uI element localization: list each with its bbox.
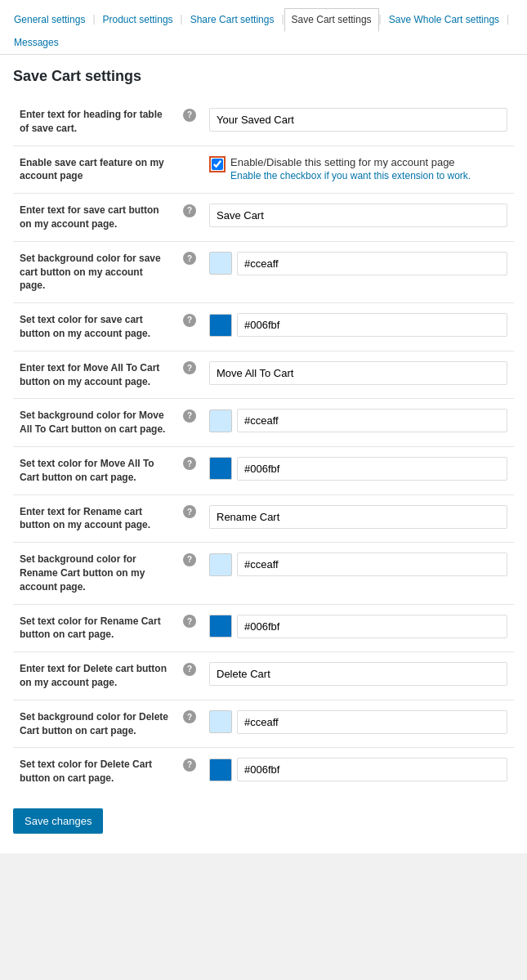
- color-swatch-rename_cart_btn_bg[interactable]: [209, 553, 232, 576]
- field-input-cell-delete_cart_btn_text_color: [203, 748, 514, 795]
- help-icon-save_cart_btn_bg[interactable]: ?: [183, 252, 196, 265]
- field-input-cell-rename_cart_btn_bg: [203, 543, 514, 604]
- help-icon-heading_text[interactable]: ?: [183, 109, 196, 122]
- help-icon-rename_cart_btn_text[interactable]: ?: [183, 505, 196, 518]
- help-icon-rename_cart_btn_text_color[interactable]: ?: [183, 615, 196, 628]
- field-input-cell-move_all_btn_text: [203, 351, 514, 399]
- text-input-save_cart_btn_text[interactable]: [209, 204, 507, 227]
- field-label-rename_cart_btn_text_color: Set text color for Rename Cart button on…: [13, 604, 176, 652]
- tab-save-whole-cart-settings[interactable]: Save Whole Cart settings: [382, 8, 507, 31]
- text-input-heading_text[interactable]: [209, 108, 507, 132]
- checkbox-enable_save_cart[interactable]: [212, 159, 223, 170]
- field-label-delete_cart_btn_text_color: Set text color for Delete Cart button on…: [13, 748, 176, 795]
- field-label-delete_cart_btn_text: Enter text for Delete cart button on my …: [13, 652, 176, 700]
- settings-row-rename_cart_btn_bg: Set background color for Rename Cart but…: [13, 543, 514, 604]
- tab-share-cart-settings[interactable]: Share Cart settings: [183, 8, 282, 31]
- checkbox-label-enable_save_cart: Enable/Disable this setting for my accou…: [230, 156, 471, 168]
- page-title: Save Cart settings: [13, 68, 514, 85]
- settings-row-rename_cart_btn_text: Enter text for Rename cart button on my …: [13, 494, 514, 543]
- settings-row-delete_cart_btn_text: Enter text for Delete cart button on my …: [13, 652, 514, 700]
- settings-row-move_all_btn_bg: Set background color for Move All To Car…: [13, 399, 514, 447]
- checkbox-hint-enable_save_cart: Enable the checkbox if you want this ext…: [230, 170, 471, 181]
- color-input-move_all_btn_bg[interactable]: [237, 409, 507, 432]
- field-label-rename_cart_btn_text: Enter text for Rename cart button on my …: [13, 494, 176, 543]
- field-label-save_cart_btn_text: Enter text for save cart button on my ac…: [13, 194, 176, 242]
- help-icon-move_all_btn_text_color[interactable]: ?: [183, 457, 196, 470]
- help-icon-save_cart_btn_text[interactable]: ?: [183, 204, 196, 217]
- color-swatch-delete_cart_btn_text_color[interactable]: [209, 758, 232, 781]
- help-icon-rename_cart_btn_bg[interactable]: ?: [183, 553, 196, 566]
- color-swatch-rename_cart_btn_text_color[interactable]: [209, 615, 232, 638]
- page-content: Save Cart settings Enter text for headin…: [0, 55, 527, 853]
- field-input-cell-save_cart_btn_text: [203, 194, 514, 242]
- field-input-cell-save_cart_btn_bg: [203, 241, 514, 302]
- help-icon-delete_cart_btn_text_color[interactable]: ?: [183, 758, 196, 772]
- help-icon-delete_cart_btn_text[interactable]: ?: [183, 663, 196, 676]
- checkbox-wrapper-enable_save_cart: [209, 156, 226, 172]
- field-label-save_cart_btn_text_color: Set text color for save cart button on m…: [13, 303, 176, 351]
- field-input-cell-move_all_btn_text_color: [203, 446, 514, 494]
- settings-table: Enter text for heading for table of save…: [13, 98, 514, 795]
- settings-row-move_all_btn_text_color: Set text color for Move All To Cart butt…: [13, 446, 514, 494]
- tab-messages[interactable]: Messages: [7, 31, 66, 54]
- field-input-cell-rename_cart_btn_text: [203, 494, 514, 543]
- help-icon-delete_cart_btn_bg[interactable]: ?: [183, 710, 196, 723]
- navigation-tabs: General settings | Product settings | Sh…: [0, 0, 527, 55]
- color-swatch-move_all_btn_text_color[interactable]: [209, 457, 232, 480]
- field-label-enable_save_cart: Enable save cart feature on my account p…: [13, 145, 176, 194]
- field-input-cell-rename_cart_btn_text_color: [203, 604, 514, 652]
- settings-row-delete_cart_btn_bg: Set background color for Delete Cart but…: [13, 700, 514, 748]
- color-input-delete_cart_btn_bg[interactable]: [237, 710, 507, 734]
- help-icon-move_all_btn_text[interactable]: ?: [183, 361, 196, 374]
- color-input-move_all_btn_text_color[interactable]: [237, 457, 507, 481]
- help-icon-save_cart_btn_text_color[interactable]: ?: [183, 314, 196, 327]
- color-input-save_cart_btn_text_color[interactable]: [237, 313, 507, 337]
- tab-save-cart-settings[interactable]: Save Cart settings: [284, 8, 379, 32]
- field-input-cell-enable_save_cart: Enable/Disable this setting for my accou…: [203, 145, 514, 194]
- color-input-rename_cart_btn_text_color[interactable]: [237, 615, 507, 638]
- settings-row-enable_save_cart: Enable save cart feature on my account p…: [13, 145, 514, 194]
- color-swatch-save_cart_btn_bg[interactable]: [209, 252, 232, 275]
- text-input-move_all_btn_text[interactable]: [209, 361, 507, 385]
- settings-row-delete_cart_btn_text_color: Set text color for Delete Cart button on…: [13, 748, 514, 795]
- settings-row-save_cart_btn_text_color: Set text color for save cart button on m…: [13, 303, 514, 351]
- field-label-rename_cart_btn_bg: Set background color for Rename Cart but…: [13, 543, 176, 604]
- settings-row-move_all_btn_text: Enter text for Move All To Cart button o…: [13, 351, 514, 399]
- field-label-move_all_btn_text: Enter text for Move All To Cart button o…: [13, 351, 176, 399]
- field-input-cell-save_cart_btn_text_color: [203, 303, 514, 351]
- field-label-delete_cart_btn_bg: Set background color for Delete Cart but…: [13, 700, 176, 748]
- field-label-save_cart_btn_bg: Set background color for save cart butto…: [13, 241, 176, 302]
- settings-row-rename_cart_btn_text_color: Set text color for Rename Cart button on…: [13, 604, 514, 652]
- field-input-cell-heading_text: [203, 98, 514, 145]
- settings-row-save_cart_btn_bg: Set background color for save cart butto…: [13, 241, 514, 302]
- settings-row-save_cart_btn_text: Enter text for save cart button on my ac…: [13, 194, 514, 242]
- tab-product-settings[interactable]: Product settings: [96, 8, 181, 31]
- color-swatch-delete_cart_btn_bg[interactable]: [209, 710, 232, 733]
- field-input-cell-move_all_btn_bg: [203, 399, 514, 447]
- text-input-rename_cart_btn_text[interactable]: [209, 505, 507, 529]
- field-label-move_all_btn_text_color: Set text color for Move All To Cart butt…: [13, 446, 176, 494]
- field-input-cell-delete_cart_btn_text: [203, 652, 514, 700]
- color-swatch-save_cart_btn_text_color[interactable]: [209, 314, 232, 337]
- help-icon-move_all_btn_bg[interactable]: ?: [183, 409, 196, 423]
- field-label-heading_text: Enter text for heading for table of save…: [13, 98, 176, 145]
- settings-row-heading_text: Enter text for heading for table of save…: [13, 98, 514, 145]
- color-input-rename_cart_btn_bg[interactable]: [237, 553, 507, 576]
- color-input-delete_cart_btn_text_color[interactable]: [237, 758, 507, 781]
- save-changes-button[interactable]: Save changes: [13, 808, 103, 834]
- text-input-delete_cart_btn_text[interactable]: [209, 662, 507, 686]
- color-input-save_cart_btn_bg[interactable]: [237, 252, 507, 275]
- field-label-move_all_btn_bg: Set background color for Move All To Car…: [13, 399, 176, 447]
- color-swatch-move_all_btn_bg[interactable]: [209, 409, 232, 432]
- field-input-cell-delete_cart_btn_bg: [203, 700, 514, 748]
- tab-general-settings[interactable]: General settings: [7, 8, 92, 31]
